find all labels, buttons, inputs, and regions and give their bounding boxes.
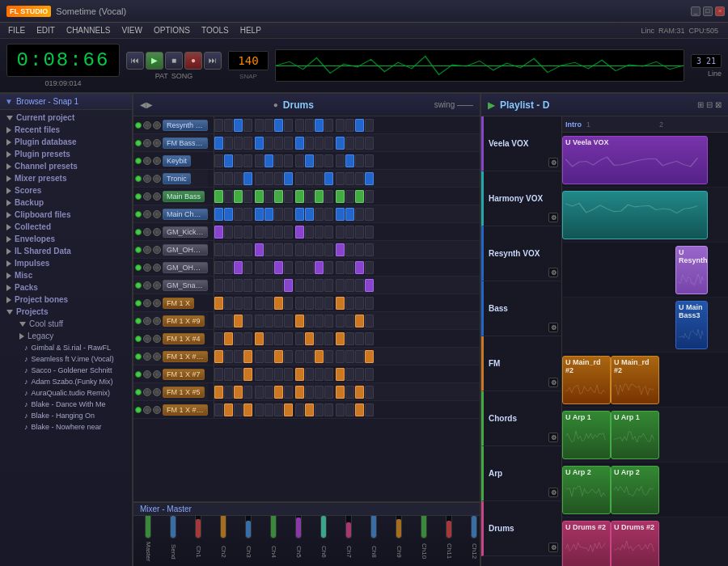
sidebar-item-mixer-presets[interactable]: Mixer presets (0, 172, 132, 184)
step-button[interactable] (355, 279, 364, 292)
step-button[interactable] (255, 279, 264, 292)
step-button[interactable] (315, 315, 324, 327)
step-button[interactable] (284, 226, 293, 239)
step-button[interactable] (243, 226, 252, 239)
step-button[interactable] (295, 332, 304, 345)
step-button[interactable] (295, 208, 304, 221)
list-item[interactable]: ♪ Adam Szabo.(Funky Mix) (0, 376, 132, 387)
mixer-fader[interactable] (195, 516, 201, 539)
step-button[interactable] (365, 190, 374, 203)
step-button[interactable] (265, 386, 273, 399)
channel-mute-btn[interactable] (153, 335, 161, 343)
step-button[interactable] (234, 208, 243, 221)
mixer-fader[interactable] (245, 516, 252, 539)
channel-solo-btn[interactable] (143, 228, 151, 236)
step-button[interactable] (355, 315, 364, 327)
playlist-track-label[interactable]: Harmony VOX ⚙ (481, 171, 561, 226)
step-buttons[interactable] (214, 403, 478, 416)
channel-name-button[interactable]: FM Bass 39 (163, 137, 208, 149)
step-button[interactable] (224, 154, 233, 167)
mixer-fader[interactable] (370, 516, 377, 539)
track-options-button[interactable]: ⚙ (548, 488, 558, 497)
playlist-block[interactable]: U Arp 1 (611, 411, 659, 459)
step-button[interactable] (345, 208, 354, 221)
step-button[interactable] (265, 154, 273, 167)
step-button[interactable] (305, 137, 314, 150)
step-button[interactable] (355, 137, 364, 150)
step-button[interactable] (336, 261, 345, 274)
channel-led[interactable] (135, 353, 142, 360)
list-item[interactable]: ♪ AuraQualic.tudio Remix) (0, 387, 132, 399)
step-button[interactable] (345, 297, 354, 310)
sidebar-item-misc[interactable]: Misc (0, 269, 132, 281)
step-button[interactable] (324, 350, 333, 363)
mixer-channel[interactable]: Ch4 (262, 516, 285, 563)
sidebar-item-clipboard-files[interactable]: Clipboard files (0, 209, 132, 221)
menu-channels[interactable]: CHANNELS (61, 24, 115, 36)
sidebar-item-project-bones[interactable]: Project bones (0, 294, 132, 306)
step-button[interactable] (365, 119, 374, 132)
step-button[interactable] (345, 154, 354, 167)
step-button[interactable] (265, 243, 273, 256)
channel-solo-btn[interactable] (143, 406, 151, 414)
step-button[interactable] (305, 208, 314, 221)
step-button[interactable] (243, 172, 252, 185)
step-button[interactable] (284, 190, 293, 203)
step-button[interactable] (315, 154, 324, 167)
step-button[interactable] (214, 172, 223, 185)
step-button[interactable] (365, 315, 374, 327)
step-button[interactable] (365, 297, 374, 310)
step-button[interactable] (336, 154, 345, 167)
list-item[interactable]: ♪ Seamless ft V.ime (Vocal) (0, 353, 132, 365)
step-button[interactable] (214, 332, 223, 345)
step-button[interactable] (324, 119, 333, 132)
step-button[interactable] (315, 279, 324, 292)
step-button[interactable] (315, 137, 324, 150)
channel-led[interactable] (135, 336, 142, 342)
step-button[interactable] (345, 261, 354, 274)
step-button[interactable] (345, 190, 354, 203)
channel-name-button[interactable]: GM_Sna_p_030 (163, 280, 208, 291)
playlist-track-label[interactable]: FM ⚙ (481, 336, 561, 391)
play-button[interactable]: ▶ (146, 52, 163, 70)
mixer-fader[interactable] (446, 516, 452, 539)
step-button[interactable] (214, 208, 223, 221)
step-button[interactable] (355, 297, 364, 310)
channel-led[interactable] (135, 282, 142, 289)
mixer-channel[interactable]: Ch10 (413, 516, 435, 563)
channel-name-button[interactable]: FM 1 X #4 (163, 333, 205, 344)
step-button[interactable] (295, 243, 304, 256)
playlist-block[interactable]: U Resynth (675, 246, 708, 294)
step-button[interactable] (315, 350, 324, 363)
track-options-button[interactable]: ⚙ (548, 213, 558, 222)
track-options-button[interactable]: ⚙ (548, 158, 558, 167)
step-button[interactable] (295, 172, 304, 185)
step-button[interactable] (255, 368, 264, 381)
channel-led[interactable] (135, 229, 142, 235)
step-button[interactable] (365, 350, 374, 363)
step-button[interactable] (315, 297, 324, 310)
step-button[interactable] (295, 368, 304, 381)
step-button[interactable] (324, 172, 333, 185)
channel-solo-btn[interactable] (143, 157, 151, 165)
step-button[interactable] (365, 172, 374, 185)
channel-name-button[interactable]: Tronic (163, 173, 191, 184)
step-button[interactable] (265, 137, 273, 150)
step-buttons[interactable] (214, 368, 478, 381)
step-button[interactable] (274, 403, 283, 416)
mixer-fader[interactable] (145, 516, 151, 539)
step-button[interactable] (243, 208, 252, 221)
step-button[interactable] (234, 350, 243, 363)
step-button[interactable] (284, 208, 293, 221)
track-options-button[interactable]: ⚙ (548, 433, 558, 442)
channel-led[interactable] (135, 300, 142, 306)
close-button[interactable]: × (715, 6, 725, 16)
mixer-channel[interactable]: Ch1 (187, 516, 210, 563)
step-button[interactable] (243, 403, 252, 416)
channel-led[interactable] (135, 389, 142, 395)
playlist-block[interactable]: U Arp 1 (562, 411, 611, 459)
step-button[interactable] (355, 119, 364, 132)
step-button[interactable] (274, 386, 283, 399)
step-button[interactable] (255, 172, 264, 185)
step-button[interactable] (345, 172, 354, 185)
